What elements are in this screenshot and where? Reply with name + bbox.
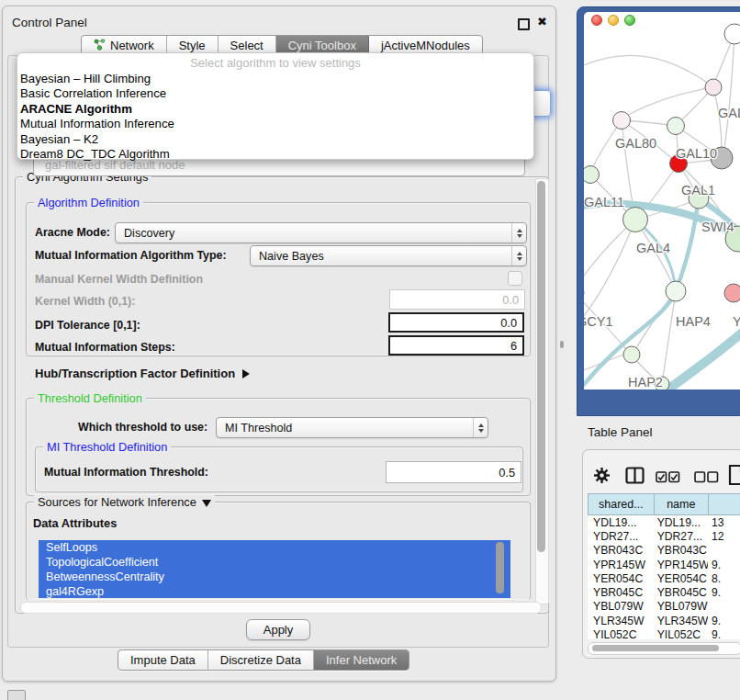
file-icon[interactable] [728,464,740,490]
combo-arrows-icon [473,418,488,437]
aracne-mode-label: Aracne Mode: [35,226,110,239]
settings-vertical-scrollbar[interactable] [535,178,549,604]
network-node-gal11[interactable] [584,166,600,184]
network-node-hap2[interactable] [623,346,640,363]
hub-factor-section[interactable]: Hub/Transcription Factor Definition [35,367,250,380]
table-row[interactable]: YIL052CYIL052C9. [588,627,740,639]
collapse-down-icon[interactable] [202,500,211,507]
attribute-item-betweennesscentrality[interactable]: BetweennessCentrality [39,570,510,584]
which-threshold-combo[interactable]: MI Threshold [216,417,488,438]
network-edge-selected[interactable] [667,330,740,390]
network-edge[interactable] [724,34,734,148]
attribute-item-selfloops[interactable]: SelfLoops [39,540,510,555]
bottom-tabbar: Impute DataDiscretize DataInfer Network [118,649,409,671]
settings-scroll-thumb[interactable] [537,181,545,552]
network-graph[interactable]: GALGAL80GAL10GAL1GAL11SWI4GAL4GCY1HAP4YH… [584,12,740,390]
table-row[interactable]: YBR043CYBR043C [588,544,740,558]
sources-title: Sources for Network Inference [34,495,215,509]
network-edge[interactable] [584,55,713,87]
tab-infer-network[interactable]: Infer Network [314,650,409,670]
network-canvas[interactable]: GALGAL80GAL10GAL1GAL11SWI4GAL4GCY1HAP4YH… [584,12,740,390]
gear-icon[interactable] [593,467,611,488]
table-cell: YER054C [654,572,708,585]
table-hscroll-thumb[interactable] [592,645,719,651]
tab-infer-network-label: Infer Network [326,653,397,667]
settings-horizontal-scrollbar[interactable] [20,602,542,614]
attribute-item-gal4rgexp[interactable]: gal4RGexp [39,584,510,598]
table-cell: YPR145W [654,559,708,571]
table-horizontal-scrollbar[interactable] [588,642,740,655]
table-cell: YLR345W [654,615,708,627]
columns-icon[interactable] [625,467,645,488]
network-node-hap4[interactable] [666,281,686,301]
zoom-window-button[interactable] [624,15,635,26]
column-header-name[interactable]: name [654,493,708,515]
table-row[interactable]: YBL079WYBL079W [588,600,740,614]
network-node-gal10[interactable] [667,118,685,135]
node-label-hap2: HAP2 [628,375,663,390]
network-node-gal[interactable] [705,79,722,96]
deselect-all-icon[interactable] [694,470,719,487]
table-cell: YPR145W [588,559,654,571]
column-header-shared[interactable]: shared... [588,493,654,515]
kernel-width-field[interactable]: 0.0 [389,289,525,310]
algorithm-prompt: Select algorithm to view settings [17,53,533,72]
combo-arrows-icon [511,246,526,265]
minimize-window-button[interactable] [608,15,619,26]
table-cell: YDL19... [588,516,654,529]
node-label-gal11: GAL11 [584,195,624,209]
mi-threshold-field[interactable]: 0.5 [386,461,521,483]
algorithm-option-mutual-information-inference[interactable]: Mutual Information Inference [17,117,533,131]
kernel-width-label: Kernel Width (0,1): [35,295,135,308]
tab-impute-data[interactable]: Impute Data [118,650,208,670]
node-label-gal: GAL [718,106,740,120]
expand-right-icon[interactable] [242,369,250,378]
mi-threshold-title: MI Threshold Definition [43,440,171,454]
data-attributes-list[interactable]: SelfLoopsTopologicalCoefficientBetweenne… [39,540,510,598]
which-threshold-value: MI Threshold [217,422,473,435]
select-all-icon[interactable] [656,470,680,487]
close-window-button[interactable] [591,15,602,26]
mi-type-value: Naive Bayes [251,250,511,263]
algorithm-option-bayesian-k2[interactable]: Bayesian – K2 [17,132,533,147]
restore-panel-button[interactable] [7,690,26,700]
apply-button[interactable]: Apply [246,619,310,640]
table-row[interactable]: YBR045CYBR045C9. [588,585,740,599]
manual-kernel-checkbox[interactable] [508,271,522,286]
table-row[interactable]: YPR145WYPR145W9. [588,558,740,571]
mi-type-label: Mutual Information Algorithm Type: [35,249,227,262]
network-edge[interactable] [584,220,635,321]
dpi-tolerance-field[interactable]: 0.0 [388,312,524,333]
float-window-button[interactable] [518,18,530,30]
table-row[interactable]: YLR345WYLR345W9. [588,614,740,627]
table-cell: YBR043C [654,544,708,557]
aracne-mode-combo[interactable]: Discovery [115,222,527,243]
node-label-swi4: SWI4 [701,220,734,234]
tab-network-label: Network [110,39,154,52]
control-panel-title: Control Panel [12,16,87,29]
mi-steps-field[interactable]: 6 [388,335,524,356]
network-node-gal4[interactable] [623,208,648,232]
table-row[interactable]: YER054CYER054C8. [588,571,740,585]
algorithm-option-aracne-algorithm[interactable]: ARACNE Algorithm [17,102,533,117]
algorithm-option-bayesian-hill-climbing[interactable]: Bayesian – Hill Climbing [17,72,533,86]
panel-splitter-grip[interactable] [560,341,564,348]
algorithm-option-basic-correlation-inference[interactable]: Basic Correlation Inference [17,86,533,101]
algorithm-list: Bayesian – Hill ClimbingBasic Correlatio… [17,72,533,162]
attribute-item-topologicalcoefficient[interactable]: TopologicalCoefficient [39,555,510,570]
table-cell: YBL079W [588,600,654,613]
table-cell: 9. [708,559,740,571]
data-attributes-label: Data Attributes [33,516,117,530]
algorithm-option-dream8-dc-tdc-algorithm[interactable]: Dream8 DC_TDC Algorithm [17,147,533,162]
node-table: shared...name YDL19...YDL19...13YDR27...… [588,493,740,639]
tab-discretize-data[interactable]: Discretize Data [208,650,314,670]
network-node[interactable] [724,24,740,44]
network-node-gal80[interactable] [613,112,631,130]
table-row[interactable]: YDL19...YDL19...13 [588,515,740,529]
column-header-extra[interactable] [708,493,740,515]
network-node-y[interactable] [724,284,740,302]
close-panel-button[interactable]: ✖ [537,15,547,28]
table-row[interactable]: YDR27...YDR27...12 [588,529,740,543]
attributes-scroll-thumb[interactable] [496,542,504,593]
mi-type-combo[interactable]: Naive Bayes [250,245,527,266]
